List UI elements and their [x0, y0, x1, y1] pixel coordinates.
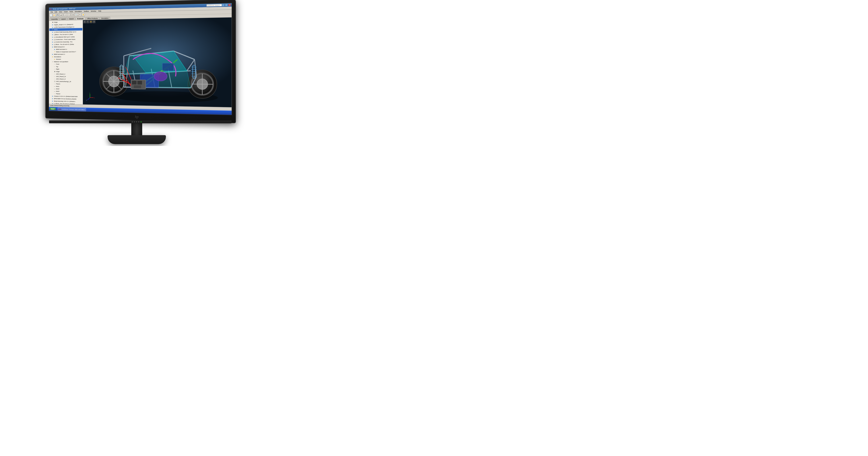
svg-rect-52 [132, 81, 136, 85]
tree-item-bmw-fuel1[interactable]: ▶ BMW fuel tank<1> [50, 48, 83, 51]
tab-assembly[interactable]: Assembly [50, 18, 59, 21]
tab-evaluate[interactable]: Evaluate [76, 17, 85, 20]
tab-simulation[interactable]: Simulation [99, 17, 110, 20]
material-icon: ○ [52, 61, 54, 63]
tree-item-sensors[interactable]: ▶ Sensors [50, 58, 83, 60]
menu-tools[interactable]: Tools [68, 10, 74, 12]
menu-simulation[interactable]: Simulation [74, 10, 83, 12]
taskbar-app-btn[interactable]: SW SolidWorks Premium 2009 x64 Edition [57, 108, 86, 111]
tree-item-bmw-exhaust[interactable]: ▶ BMW Exhaust<1> [50, 45, 83, 48]
monitor-btn-4[interactable] [138, 121, 139, 122]
monitor-stand-base [107, 135, 166, 144]
main-content: ⊕ Origin ▶ engine_simple-1<1> (Default<D… [49, 18, 232, 107]
buggy-scene-svg: X Y Z [83, 18, 231, 107]
tree-item-jgr-plane2[interactable]: ▭ JGR_Plane2_II [50, 73, 83, 75]
part-icon: ▶ [52, 26, 54, 28]
monitor-wrapper: SW Body and Suspension - Mock up * _ □ ✕… [36, 2, 237, 144]
folder-icon: ▼ [52, 29, 54, 31]
svg-line-13 [192, 84, 213, 84]
monitor-btn-1[interactable] [132, 121, 133, 122]
part-icon: ▶ [52, 24, 54, 26]
menu-view[interactable]: View [58, 11, 63, 13]
toolbar-print[interactable]: 🖨 [60, 13, 63, 17]
monitor-model-label: EliteDisplay E27i [51, 109, 59, 111]
part-icon: ▶ [52, 95, 54, 97]
feature-tree-sidebar[interactable]: ⊕ Origin ▶ engine_simple-1<1> (Default<D… [49, 20, 83, 104]
tree-item-control-arm-assy[interactable]: ▶ (-) Control Arm Assembly - Pro [50, 40, 83, 43]
part-icon: ▶ [52, 38, 54, 41]
part-icon: ▶ [52, 34, 54, 36]
plane-icon: ▭ [54, 78, 56, 80]
viewport-pan[interactable]: ✋ [90, 20, 92, 23]
plane-icon: ▭ [54, 73, 56, 75]
solidworks-app: SW Body and Suspension - Mock up * _ □ ✕… [49, 3, 232, 115]
toolbar-new[interactable]: 📄 [50, 14, 53, 17]
tab-office-products[interactable]: Office Products [86, 17, 99, 20]
tab-sketch[interactable]: Sketch [67, 17, 75, 20]
axis-icon: — [54, 90, 56, 92]
part-icon: ▶ [52, 43, 54, 45]
menu-window[interactable]: Window [90, 10, 97, 12]
menu-help[interactable]: Help [97, 10, 102, 12]
monitor-btn-2[interactable] [134, 121, 135, 122]
maximize-button[interactable]: □ [225, 4, 228, 6]
tab-layout[interactable]: Layout [60, 18, 67, 20]
tree-item-right[interactable]: ▭ Right [50, 68, 83, 70]
minimize-button[interactable]: _ [222, 4, 225, 6]
search-input[interactable] [206, 4, 222, 6]
viewport-zoom-fit[interactable]: ⊞ [83, 21, 86, 23]
axis-icon: — [54, 85, 56, 87]
toolbar-open[interactable]: 📂 [53, 14, 56, 17]
menu-edit[interactable]: Edit [54, 11, 58, 13]
svg-text:X: X [94, 97, 95, 99]
viewport-toolbar: ⊞ ↻ ✋ 👁 [83, 20, 96, 23]
tree-item-block2[interactable]: ▶ (-) Block - Fox 2k inch<2> (Defau [50, 43, 83, 45]
taskbar-app-label: SolidWorks Premium 2009 x64 Edition [61, 108, 85, 110]
toolbar-zoom-fit[interactable]: ⊞ [71, 13, 74, 17]
folder-icon: ▶ [52, 56, 54, 58]
plane-icon: ▭ [54, 65, 56, 68]
viewport-rotate[interactable]: ↻ [86, 21, 89, 23]
plane-icon: ▭ [54, 63, 56, 65]
tree-item-front[interactable]: ▭ Front [50, 63, 83, 65]
tree-item-jgr-plane3[interactable]: ▭ JGR_Plane3_IH [50, 75, 83, 78]
tree-item-bmw-fuel2[interactable]: ▶ BMW fuel tank<1> [50, 53, 83, 56]
viewport-view[interactable]: 👁 [93, 20, 95, 23]
part-icon: ▶ [52, 100, 54, 102]
part-icon: ▶ [52, 53, 54, 56]
tree-item-mates-susp[interactable]: ▼ Mates in Suspension and Drive T [50, 50, 83, 53]
window-controls: _ □ ✕ [222, 4, 231, 6]
axis-icon: — [54, 88, 56, 90]
3d-viewport[interactable]: X Y Z ⊞ ↻ ✋ 👁 [83, 18, 231, 107]
folder-icon: ▶ [54, 58, 56, 60]
monitor-stand-neck [131, 123, 142, 135]
menu-file[interactable]: File [50, 11, 54, 13]
part-icon: ▶ [52, 31, 54, 33]
toolbar-save[interactable]: 💾 [56, 13, 59, 17]
svg-rect-53 [137, 81, 142, 85]
close-button[interactable]: ✕ [228, 4, 231, 6]
toolbar-redo[interactable]: ↪ [67, 13, 70, 17]
tree-item-top[interactable]: ▭ Top [50, 65, 83, 68]
toolbar-pan[interactable]: ✋ [82, 13, 85, 16]
monitor-bezel: SW Body and Suspension - Mock up * _ □ ✕… [45, 0, 236, 123]
toolbar-undo[interactable]: ↩ [64, 13, 67, 17]
toolbar-rotate[interactable]: ↻ [78, 13, 81, 17]
feature-icon: ⬡ [54, 80, 56, 83]
svg-point-37 [154, 72, 167, 81]
svg-rect-36 [162, 63, 174, 71]
tree-item-annotations[interactable]: ▶ Annotations [50, 56, 83, 58]
monitor-btn-3[interactable] [136, 121, 137, 122]
part-icon: ▶ [54, 48, 56, 51]
tree-item-material[interactable]: ○ Material <not specified> [50, 60, 83, 63]
menu-toolbox[interactable]: Toolbox [83, 10, 90, 12]
part-icon: ▶ [52, 46, 54, 48]
tree-item-origin2[interactable]: ⊕ Origin [50, 70, 83, 73]
menu-insert[interactable]: Insert [63, 10, 68, 13]
origin-icon: ⊕ [52, 21, 54, 23]
monitor-power-button[interactable] [141, 121, 142, 123]
toolbar-zoom-in[interactable]: 🔍 [75, 13, 78, 17]
hp-logo-bezel: hp [135, 115, 138, 119]
monitor-controls [132, 121, 142, 123]
origin-icon: ⊕ [54, 70, 56, 72]
